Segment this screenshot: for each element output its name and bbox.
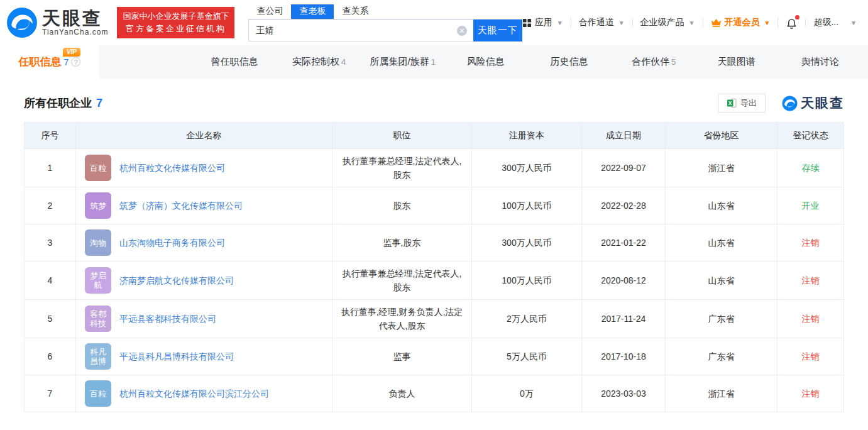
- date-cell: 2023-03-03: [582, 375, 666, 412]
- table-row: 3淘物山东淘物电子商务有限公司监事,股东300万人民币2021-01-22山东省…: [25, 224, 844, 262]
- table-row: 1百粒杭州百粒文化传媒有限公司执行董事兼总经理,法定代表人,股东300万人民币2…: [25, 149, 844, 187]
- tab-risk-info[interactable]: 风险信息: [444, 45, 528, 79]
- tab-former-positions[interactable]: 曾任职信息: [194, 45, 277, 79]
- company-cell: 筑梦筑梦（济南）文化传媒有限公司: [76, 187, 332, 224]
- status-cell: 存续: [777, 149, 844, 187]
- table-row: 5客都科技平远县客都科技有限公司执行董事,经理,财务负责人,法定代表人,股东2万…: [25, 300, 844, 338]
- tab-history-info[interactable]: 历史信息: [529, 45, 612, 79]
- company-cell: 梦启航济南梦启航文化传媒有限公司: [76, 262, 332, 300]
- company-link[interactable]: 山东淘物电子商务有限公司: [119, 238, 225, 248]
- date-cell: 2021-01-22: [582, 224, 666, 262]
- row-index: 1: [25, 149, 76, 187]
- export-label: 导出: [740, 97, 757, 109]
- export-button[interactable]: X 导出: [718, 94, 766, 113]
- capital-cell: 2万人民币: [472, 300, 582, 338]
- table-row: 7百粒杭州百粒文化传媒有限公司滨江分公司负责人0万2023-03-03浙江省注销: [25, 375, 844, 412]
- capital-cell: 100万人民币: [472, 262, 582, 300]
- company-cell: 科凡昌博平远县科凡昌博科技有限公司: [76, 338, 332, 375]
- chevron-down-icon: ▼: [850, 19, 857, 26]
- status-cell: 开业: [777, 187, 844, 224]
- table-row: 4梦启航济南梦启航文化传媒有限公司执行董事兼总经理,法定代表人,股东100万人民…: [25, 262, 844, 300]
- tab-public-opinion[interactable]: 舆情讨论: [779, 45, 863, 79]
- menu-cooperation[interactable]: 合作通道 ▼: [579, 17, 625, 28]
- certification-badge: 国家中小企业发展子基金旗下 官方备案企业征信机构: [117, 7, 234, 38]
- menu-apps[interactable]: 应用 ▼: [522, 17, 563, 28]
- tab-graph[interactable]: 天眼图谱: [696, 45, 779, 79]
- main-content: 所有任职企业 7 X 导出 天眼查: [0, 79, 868, 412]
- company-link[interactable]: 平远县客都科技有限公司: [119, 314, 216, 324]
- company-logo: 百粒: [85, 155, 111, 181]
- notification-dot: [795, 15, 799, 19]
- search-area: 查公司 查老板 查关系 ✕ 天眼一下: [248, 4, 522, 41]
- province-cell: 浙江省: [666, 149, 777, 187]
- position-cell: 负责人: [332, 375, 472, 412]
- status-cell: 注销: [777, 375, 844, 412]
- province-cell: 山东省: [666, 187, 777, 224]
- row-index: 2: [25, 187, 76, 224]
- menu-super[interactable]: 超级... ▼: [813, 17, 857, 28]
- top-header: 天眼查 TianYanCha.com 国家中小企业发展子基金旗下 官方备案企业征…: [0, 0, 868, 45]
- table-row: 2筑梦筑梦（济南）文化传媒有限公司股东100万人民币2022-02-28山东省开…: [25, 187, 844, 224]
- province-cell: 广东省: [666, 300, 777, 338]
- company-cell: 客都科技平远县客都科技有限公司: [76, 300, 332, 338]
- position-cell: 执行董事兼总经理,法定代表人,股东: [332, 262, 472, 300]
- positions-table: 序号 企业名称 职位 注册资本 成立日期 省份地区 登记状态 1百粒杭州百粒文化…: [24, 122, 844, 412]
- row-index: 7: [25, 375, 76, 412]
- crown-icon: [711, 18, 722, 27]
- help-icon[interactable]: ?: [71, 57, 80, 67]
- province-cell: 浙江省: [666, 375, 777, 412]
- search-tab-relation[interactable]: 查关系: [334, 4, 376, 19]
- tab-partners[interactable]: 合作伙伴5: [612, 45, 696, 79]
- company-logo: 梦启航: [85, 267, 111, 294]
- col-header-date: 成立日期: [582, 123, 666, 149]
- search-tab-boss[interactable]: 查老板: [291, 4, 334, 19]
- section-count: 7: [96, 97, 102, 110]
- capital-cell: 0万: [472, 375, 582, 412]
- position-cell: 股东: [332, 187, 472, 224]
- company-logo: 百粒: [85, 380, 111, 407]
- company-link[interactable]: 济南梦启航文化传媒有限公司: [119, 275, 234, 285]
- position-cell: 监事: [332, 338, 472, 375]
- capital-cell: 300万人民币: [472, 224, 582, 262]
- col-header-status: 登记状态: [777, 123, 844, 149]
- menu-enterprise-products[interactable]: 企业级产品 ▼: [640, 17, 695, 28]
- province-cell: 山东省: [666, 224, 777, 262]
- company-link[interactable]: 杭州百粒文化传媒有限公司滨江分公司: [119, 389, 269, 399]
- position-cell: 监事,股东: [332, 224, 472, 262]
- col-header-company: 企业名称: [76, 123, 332, 149]
- company-link[interactable]: 筑梦（济南）文化传媒有限公司: [119, 201, 243, 211]
- company-logo: 科凡昌博: [85, 343, 111, 370]
- apps-grid-icon: [522, 18, 532, 28]
- status-cell: 注销: [777, 224, 844, 262]
- col-header-capital: 注册资本: [472, 123, 582, 149]
- section-tabbar: VIP 任职信息 7 ? 曾任职信息 实际控制权4 所属集团/族群1 风险信息 …: [0, 45, 868, 79]
- date-cell: 2022-02-28: [582, 187, 666, 224]
- brand-subtitle: TianYanCha.com: [42, 28, 108, 36]
- tab-actual-control[interactable]: 实际控制权4: [277, 45, 361, 79]
- clear-icon[interactable]: ✕: [457, 26, 467, 36]
- brand-title: 天眼查: [42, 9, 108, 28]
- certification-line1: 国家中小企业发展子基金旗下: [123, 10, 229, 23]
- company-link[interactable]: 平远县科凡昌博科技有限公司: [119, 351, 234, 361]
- row-index: 4: [25, 262, 76, 300]
- company-cell: 百粒杭州百粒文化传媒有限公司: [76, 149, 332, 187]
- table-row: 6科凡昌博平远县科凡昌博科技有限公司监事5万人民币2017-10-18广东省注销: [25, 338, 844, 375]
- search-input[interactable]: [248, 19, 473, 41]
- position-cell: 执行董事,经理,财务负责人,法定代表人,股东: [332, 300, 472, 338]
- position-cell: 执行董事兼总经理,法定代表人,股东: [332, 149, 472, 187]
- search-button[interactable]: 天眼一下: [473, 19, 522, 41]
- date-cell: 2020-08-12: [582, 262, 666, 300]
- company-link[interactable]: 杭州百粒文化传媒有限公司: [119, 163, 225, 173]
- table-header-row: 序号 企业名称 职位 注册资本 成立日期 省份地区 登记状态: [25, 123, 844, 149]
- tab-group-cluster[interactable]: 所属集团/族群1: [361, 45, 444, 79]
- tab-employment-info[interactable]: VIP 任职信息 7 ?: [0, 45, 99, 79]
- company-cell: 淘物山东淘物电子商务有限公司: [76, 224, 332, 262]
- row-index: 5: [25, 300, 76, 338]
- province-cell: 山东省: [666, 262, 777, 300]
- status-cell: 注销: [777, 262, 844, 300]
- brand-logo[interactable]: 天眼查 TianYanCha.com: [6, 7, 108, 38]
- notification-bell[interactable]: [786, 17, 798, 29]
- menu-vip-upgrade[interactable]: 开通会员 ▼: [711, 17, 771, 28]
- search-tab-company[interactable]: 查公司: [248, 4, 291, 19]
- tab-count: 7: [64, 57, 69, 67]
